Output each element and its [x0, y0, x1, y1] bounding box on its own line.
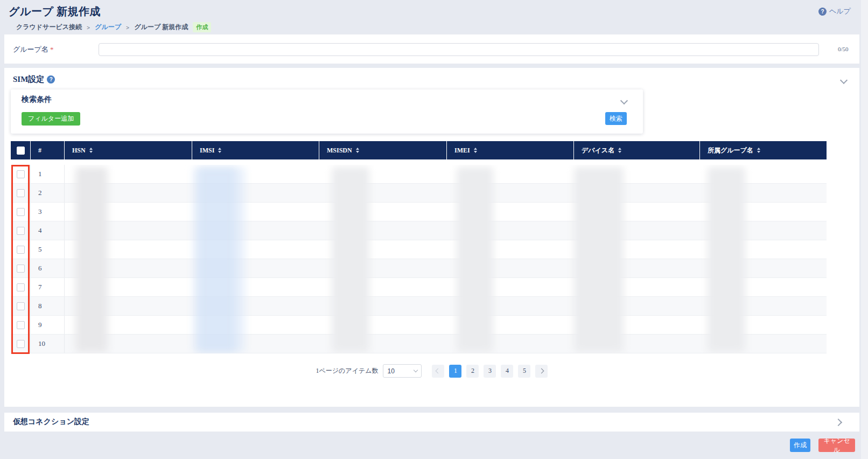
breadcrumb-separator-icon: >	[126, 24, 129, 31]
sort-icon[interactable]	[218, 148, 221, 153]
required-asterisk: *	[50, 45, 54, 53]
search-button[interactable]: 検索	[605, 112, 627, 125]
question-icon[interactable]: ?	[47, 75, 55, 84]
page: グループ 新規作成 ? ヘルプ クラウドサービス接続 > グループ > グループ…	[0, 0, 868, 459]
next-page-button[interactable]	[535, 365, 548, 378]
prev-page-button[interactable]	[432, 365, 444, 378]
row-checkbox[interactable]	[17, 340, 25, 348]
table-row: 9	[11, 316, 827, 335]
breadcrumb-item-group[interactable]: グループ	[95, 23, 121, 32]
row-checkbox[interactable]	[17, 321, 25, 329]
row-checkbox-cell	[11, 316, 31, 334]
column-label: IMSI	[200, 147, 214, 155]
column-label: デバイス名	[582, 146, 614, 155]
search-conditions-title: 検索条件	[22, 95, 52, 105]
row-number: 9	[31, 316, 65, 334]
row-checkbox-cell	[11, 297, 31, 315]
chevron-right-icon[interactable]	[835, 419, 842, 426]
items-per-page-label: 1ページのアイテム数	[316, 366, 379, 375]
cancel-button[interactable]: キャンセル	[818, 439, 855, 452]
table-row: 4	[11, 221, 827, 240]
items-per-page-select[interactable]: 10	[383, 364, 422, 378]
row-checkbox[interactable]	[17, 265, 25, 273]
column-label: #	[38, 147, 41, 155]
chevron-right-icon	[539, 368, 544, 374]
row-number: 1	[31, 165, 65, 183]
char-counter: 0/50	[838, 46, 849, 52]
status-badge: 作成	[193, 22, 211, 32]
column-header-HSN[interactable]: HSN	[65, 141, 192, 159]
table-body: 12345678910	[11, 165, 827, 353]
column-label: 所属グループ名	[708, 146, 753, 155]
sort-icon[interactable]	[89, 148, 93, 153]
virtual-connection-title: 仮想コネクション設定	[13, 417, 89, 427]
sim-settings-header: SIM設定 ?	[13, 74, 55, 85]
row-number: 8	[31, 297, 65, 315]
page-button-5[interactable]: 5	[518, 365, 530, 378]
virtual-connection-card[interactable]: 仮想コネクション設定	[4, 413, 859, 432]
search-panel: 検索条件 フィルター追加 検索	[11, 89, 643, 134]
sort-icon[interactable]	[757, 148, 760, 153]
chevron-left-icon	[436, 368, 441, 374]
column-header-所属グループ名[interactable]: 所属グループ名	[700, 141, 825, 159]
row-checkbox-cell	[11, 165, 31, 183]
breadcrumb: クラウドサービス接続 > グループ > グループ 新規作成 作成	[16, 22, 211, 32]
page-button-4[interactable]: 4	[501, 365, 513, 378]
chevron-down-icon[interactable]	[840, 76, 848, 84]
row-number: 10	[31, 335, 65, 353]
select-all-cell	[11, 141, 31, 159]
row-checkbox[interactable]	[17, 283, 25, 291]
row-checkbox[interactable]	[17, 302, 25, 310]
row-checkbox-cell	[11, 278, 31, 296]
row-number: 5	[31, 240, 65, 259]
row-checkbox-cell	[11, 335, 31, 353]
table-row: 7	[11, 278, 827, 297]
table-row: 6	[11, 259, 827, 278]
row-checkbox[interactable]	[17, 189, 25, 197]
breadcrumb-item-current: グループ 新規作成	[134, 23, 188, 32]
help-label: ヘルプ	[829, 6, 851, 16]
group-name-input[interactable]	[99, 43, 819, 56]
column-header-MSISDN[interactable]: MSISDN	[319, 141, 447, 159]
row-checkbox[interactable]	[17, 227, 25, 235]
table-row: 8	[11, 297, 827, 316]
help-icon: ?	[818, 8, 827, 16]
row-number: 4	[31, 221, 65, 240]
page-button-3[interactable]: 3	[484, 365, 496, 378]
breadcrumb-item-cloud-service[interactable]: クラウドサービス接続	[16, 23, 82, 32]
table-row: 1	[11, 165, 827, 184]
table-row: 2	[11, 184, 827, 203]
group-name-label: グループ名*	[13, 45, 53, 54]
row-number: 7	[31, 278, 65, 296]
table-row: 10	[11, 335, 827, 353]
sort-icon[interactable]	[474, 148, 477, 153]
chevron-down-icon	[414, 368, 418, 372]
breadcrumb-separator-icon: >	[87, 24, 90, 31]
column-header-index: #	[31, 141, 65, 159]
page-button-2[interactable]: 2	[466, 365, 479, 378]
row-checkbox[interactable]	[17, 246, 25, 254]
row-checkbox-cell	[11, 240, 31, 259]
table-row: 3	[11, 203, 827, 221]
chevron-down-icon[interactable]	[620, 97, 628, 105]
items-per-page-value: 10	[387, 367, 394, 375]
row-checkbox-cell	[11, 221, 31, 240]
row-checkbox-cell	[11, 203, 31, 221]
pagination: 1ページのアイテム数 10 12345	[4, 364, 859, 378]
column-header-デバイス名[interactable]: デバイス名	[574, 141, 700, 159]
column-label: HSN	[72, 147, 86, 155]
column-header-IMSI[interactable]: IMSI	[192, 141, 319, 159]
add-filter-button[interactable]: フィルター追加	[22, 112, 80, 126]
sort-icon[interactable]	[356, 148, 359, 153]
create-button[interactable]: 作成	[790, 439, 810, 452]
row-number: 2	[31, 184, 65, 202]
sim-settings-card: SIM設定 ? 検索条件 フィルター追加 検索 #HSNIMSIMSISDNIM…	[4, 68, 859, 407]
page-button-1[interactable]: 1	[449, 365, 461, 378]
row-checkbox[interactable]	[17, 170, 25, 178]
sort-icon[interactable]	[618, 148, 621, 153]
select-all-checkbox[interactable]	[17, 147, 25, 155]
help-link[interactable]: ? ヘルプ	[818, 6, 851, 16]
column-header-IMEI[interactable]: IMEI	[447, 141, 574, 159]
page-scrollbar[interactable]	[861, 0, 868, 459]
row-checkbox[interactable]	[17, 208, 25, 216]
